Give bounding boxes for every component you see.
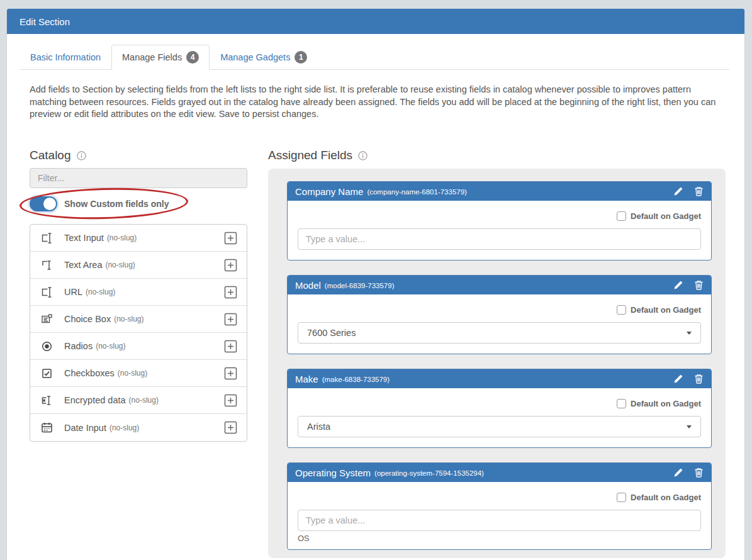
- field-card-body: Default on Gadget OS: [288, 482, 711, 549]
- trash-icon: [694, 186, 704, 196]
- dialog-title: Edit Section: [20, 16, 70, 27]
- trash-icon: [694, 374, 704, 384]
- add-field-button[interactable]: [223, 366, 238, 381]
- assigned-fields-container: Company Name (company-name-6801-733579): [268, 169, 726, 558]
- catalog-filter-input[interactable]: [30, 168, 247, 188]
- radio-icon: [40, 340, 55, 353]
- default-on-gadget-row: Default on Gadget: [298, 490, 701, 505]
- encrypted-data-icon: [40, 394, 55, 407]
- assigned-fields-title: Assigned Fields: [268, 147, 726, 164]
- custom-fields-toggle-row: Show Custom fields only: [30, 196, 247, 211]
- dialog-titlebar: Edit Section: [7, 9, 744, 34]
- add-field-button[interactable]: [223, 312, 238, 327]
- catalog-panel: Catalog Show Custom fields only Text Inp…: [30, 147, 247, 442]
- tab-count-badge: 1: [295, 51, 307, 64]
- chevron-down-icon: [687, 425, 692, 428]
- edit-field-button[interactable]: [673, 468, 683, 478]
- catalog-item-encrypted-data[interactable]: Encrypted data (no-slug): [30, 387, 247, 414]
- field-slug: (model-6839-733579): [325, 282, 395, 289]
- field-card-header: Model (model-6839-733579): [288, 276, 711, 294]
- field-card-body: Default on Gadget Arista: [288, 388, 711, 447]
- info-icon[interactable]: [77, 151, 86, 160]
- delete-field-button[interactable]: [694, 374, 704, 384]
- catalog-item-text-area[interactable]: Text Area (no-slug): [30, 252, 247, 279]
- model-select[interactable]: 7600 Series: [298, 322, 701, 344]
- default-on-gadget-checkbox[interactable]: [617, 305, 626, 315]
- tab-manage-fields[interactable]: Manage Fields 4: [111, 45, 210, 70]
- field-slug: (make-6838-733579): [322, 376, 390, 383]
- tab-count-badge: 4: [186, 51, 199, 64]
- field-card-operating-system: Operating System (operating-system-7594-…: [287, 462, 712, 550]
- add-field-button[interactable]: [223, 393, 238, 408]
- default-on-gadget-checkbox[interactable]: [617, 493, 626, 502]
- default-on-gadget-row: Default on Gadget: [298, 302, 701, 317]
- field-name: Company Name: [295, 186, 363, 197]
- assigned-fields-panel: Assigned Fields Company Name (company-na…: [268, 147, 726, 558]
- default-on-gadget-row: Default on Gadget: [298, 396, 701, 411]
- field-card-make: Make (make-6838-733579) Default: [287, 369, 712, 448]
- add-field-button[interactable]: [223, 258, 238, 272]
- url-icon: [40, 286, 55, 299]
- field-helper-text: OS: [298, 534, 701, 543]
- catalog-item-radios[interactable]: Radios (no-slug): [30, 333, 247, 360]
- edit-section-dialog: Edit Section Basic Information Manage Fi…: [6, 8, 745, 560]
- calendar-icon: [40, 421, 55, 434]
- add-field-button[interactable]: [223, 420, 238, 435]
- catalog-title: Catalog: [30, 147, 247, 164]
- field-card-body: Default on Gadget: [288, 201, 711, 260]
- field-card-header: Operating System (operating-system-7594-…: [288, 463, 711, 482]
- show-custom-fields-toggle[interactable]: [30, 196, 57, 211]
- catalog-field-list: Text Input (no-slug) Text Area (no-slug): [30, 224, 247, 442]
- edit-field-button[interactable]: [673, 280, 683, 290]
- default-on-gadget-checkbox[interactable]: [617, 399, 626, 408]
- tab-bar: Basic Information Manage Fields 4 Manage…: [20, 45, 729, 70]
- default-on-gadget-checkbox[interactable]: [617, 211, 626, 221]
- field-name: Model: [295, 280, 321, 291]
- field-card-model: Model (model-6839-733579) Defaul: [287, 275, 712, 354]
- catalog-item-url[interactable]: URL (no-slug): [30, 279, 247, 306]
- tab-label: Manage Gadgets: [220, 52, 290, 62]
- catalog-item-choice-box[interactable]: Choice Box (no-slug): [30, 306, 247, 333]
- company-name-value-input[interactable]: [298, 228, 701, 250]
- pencil-icon: [673, 468, 683, 478]
- section-description: Add fields to Section by selecting field…: [30, 84, 723, 121]
- operating-system-value-input[interactable]: [298, 510, 701, 531]
- default-on-gadget-row: Default on Gadget: [298, 208, 701, 223]
- info-icon[interactable]: [358, 151, 368, 160]
- tab-label: Basic Information: [30, 52, 101, 62]
- add-field-button[interactable]: [223, 339, 238, 354]
- choice-box-icon: [40, 313, 55, 326]
- field-card-body: Default on Gadget 7600 Series: [288, 294, 711, 354]
- field-card-header: Company Name (company-name-6801-733579): [288, 182, 711, 201]
- trash-icon: [694, 280, 704, 290]
- tab-label: Manage Fields: [122, 52, 182, 62]
- pencil-icon: [673, 280, 683, 290]
- tab-manage-gadgets[interactable]: Manage Gadgets 1: [210, 45, 318, 70]
- trash-icon: [694, 468, 704, 478]
- toggle-knob: [43, 198, 56, 210]
- pencil-icon: [673, 374, 683, 384]
- pencil-icon: [673, 186, 683, 196]
- delete-field-button[interactable]: [694, 186, 704, 196]
- add-field-button[interactable]: [223, 231, 238, 245]
- field-name: Make: [295, 374, 318, 384]
- field-card-company-name: Company Name (company-name-6801-733579): [287, 181, 712, 260]
- select-value: 7600 Series: [307, 328, 356, 338]
- edit-field-button[interactable]: [673, 374, 683, 384]
- field-name: Operating System: [295, 468, 371, 478]
- toggle-label: Show Custom fields only: [64, 199, 169, 209]
- tab-basic-information[interactable]: Basic Information: [20, 45, 111, 70]
- catalog-item-text-input[interactable]: Text Input (no-slug): [30, 225, 247, 252]
- add-field-button[interactable]: [223, 285, 238, 300]
- edit-field-button[interactable]: [673, 186, 683, 196]
- field-slug: (company-name-6801-733579): [367, 188, 467, 196]
- delete-field-button[interactable]: [694, 280, 704, 290]
- text-input-icon: [40, 232, 55, 245]
- field-card-header: Make (make-6838-733579): [288, 369, 711, 388]
- make-select[interactable]: Arista: [298, 416, 701, 437]
- field-slug: (operating-system-7594-1535294): [374, 469, 484, 477]
- catalog-item-checkboxes[interactable]: Checkboxes (no-slug): [30, 360, 247, 387]
- text-area-icon: [40, 259, 55, 272]
- delete-field-button[interactable]: [694, 468, 704, 478]
- catalog-item-date-input[interactable]: Date Input (no-slug): [30, 414, 247, 441]
